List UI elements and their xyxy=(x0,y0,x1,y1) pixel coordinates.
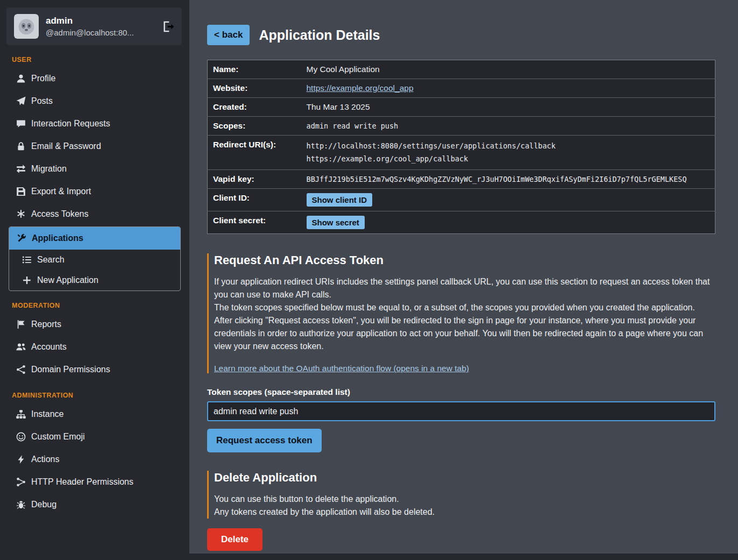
sidebar-item-label: Actions xyxy=(31,455,59,464)
sidebar-item-reports[interactable]: Reports xyxy=(5,313,184,336)
detail-row-client-secret: Client secret: Show secret xyxy=(208,211,715,234)
token-scopes-label: Token scopes (space-separated list) xyxy=(207,387,715,397)
app-root: admin @admin@localhost:80... USER Profil… xyxy=(0,0,738,560)
redirect-uri-1: http://localhost:8080/settings/user/appl… xyxy=(307,140,711,153)
detail-label: Name: xyxy=(208,60,302,79)
detail-label: Client ID: xyxy=(208,189,302,211)
redirect-uri-2: https://example.org/cool_app/callback xyxy=(307,153,711,166)
show-client-id-button[interactable]: Show client ID xyxy=(307,193,373,207)
request-token-description: Request An API Access Token If your appl… xyxy=(207,253,715,373)
sidebar-item-interaction-requests[interactable]: Interaction Requests xyxy=(5,112,184,135)
detail-row-created: Created: Thu Mar 13 2025 xyxy=(208,98,715,117)
sidebar-item-posts[interactable]: Posts xyxy=(5,90,184,112)
request-token-paragraph-3: After clicking "Request access token", y… xyxy=(214,314,715,353)
sidebar-item-label: Debug xyxy=(31,500,56,509)
sitemap-icon xyxy=(16,409,26,419)
exchange-arrows-icon xyxy=(16,164,26,174)
asterisk-icon xyxy=(16,209,26,219)
sidebar-item-export-import[interactable]: Export & Import xyxy=(5,180,184,203)
token-scopes-input[interactable] xyxy=(207,401,715,421)
back-button[interactable]: < back xyxy=(207,25,250,45)
sidebar-item-access-tokens[interactable]: Access Tokens xyxy=(5,203,184,225)
lock-icon xyxy=(16,141,26,151)
sidebar-item-custom-emoji[interactable]: Custom Emoji xyxy=(5,426,184,448)
sidebar-item-label: Reports xyxy=(31,320,61,329)
users-icon xyxy=(16,342,26,352)
network-nodes-icon xyxy=(16,365,26,374)
delete-application-section: Delete Application You can use this butt… xyxy=(207,471,715,551)
delete-button[interactable]: Delete xyxy=(207,528,262,551)
sidebar-item-domain-permissions[interactable]: Domain Permissions xyxy=(5,358,184,381)
show-secret-button[interactable]: Show secret xyxy=(307,216,365,229)
request-token-paragraph-1: If your application redirect URIs includ… xyxy=(214,275,715,301)
sidebar-item-label: Applications xyxy=(32,233,83,243)
sidebar-item-applications-search[interactable]: Search xyxy=(9,250,180,270)
detail-row-scopes: Scopes: admin read write push xyxy=(208,117,715,136)
application-details-table: Name: My Cool Application Website: https… xyxy=(207,60,715,234)
detail-value: https://example.org/cool_app xyxy=(302,79,715,98)
delete-application-title: Delete Application xyxy=(214,471,715,485)
delete-paragraph-2: Any tokens created by the application wi… xyxy=(214,506,715,519)
sidebar-item-new-application[interactable]: New Application xyxy=(9,270,180,290)
sidebar-item-label: Domain Permissions xyxy=(31,365,110,374)
paper-plane-icon xyxy=(16,96,26,106)
sidebar-item-migration[interactable]: Migration xyxy=(5,158,184,180)
sidebar-item-actions[interactable]: Actions xyxy=(5,448,184,471)
sidebar-item-label: Export & Import xyxy=(31,187,91,196)
sign-out-icon[interactable] xyxy=(163,21,174,32)
comment-icon xyxy=(16,119,26,129)
detail-value: Show secret xyxy=(302,211,715,234)
detail-label: Created: xyxy=(208,98,302,117)
user-name: admin xyxy=(46,16,134,26)
flag-icon xyxy=(16,320,26,329)
sidebar-item-label: Instance xyxy=(31,409,63,419)
sidebar-item-instance[interactable]: Instance xyxy=(5,403,184,426)
sidebar-item-label: Profile xyxy=(31,74,55,83)
detail-value: Show client ID xyxy=(302,189,715,211)
save-icon xyxy=(16,187,26,196)
detail-label: Redirect URI(s): xyxy=(208,136,302,170)
request-access-token-button[interactable]: Request access token xyxy=(207,429,322,452)
page-title: Application Details xyxy=(259,27,380,43)
sidebar-item-email-password[interactable]: Email & Password xyxy=(5,135,184,158)
sidebar-item-label: HTTP Header Permissions xyxy=(31,477,133,487)
list-icon xyxy=(22,255,32,265)
share-nodes-icon xyxy=(16,477,26,487)
sidebar-item-label: Access Tokens xyxy=(31,209,88,219)
smile-icon xyxy=(16,432,26,442)
detail-value: http://localhost:8080/settings/user/appl… xyxy=(302,136,715,170)
tools-icon xyxy=(17,233,26,243)
sidebar-item-label: Posts xyxy=(31,96,53,106)
delete-paragraph-1: You can use this button to delete the ap… xyxy=(214,493,715,506)
nav-moderation: Reports Accounts Domain Permissions xyxy=(5,313,184,381)
bolt-icon xyxy=(16,455,26,464)
plus-icon xyxy=(22,275,32,285)
detail-value: BBJffJ219b5iE512m7wQSzv4KgKDhgZZVzNyWC_r… xyxy=(302,170,715,189)
user-meta: admin @admin@localhost:80... xyxy=(46,16,134,37)
user-card[interactable]: admin @admin@localhost:80... xyxy=(6,8,182,45)
sidebar-item-profile[interactable]: Profile xyxy=(5,67,184,90)
sidebar-item-accounts[interactable]: Accounts xyxy=(5,336,184,358)
sidebar-item-label: Custom Emoji xyxy=(31,432,85,442)
sidebar-item-applications[interactable]: Applications xyxy=(9,227,180,250)
website-link[interactable]: https://example.org/cool_app xyxy=(307,83,414,93)
detail-label: Vapid key: xyxy=(208,170,302,189)
detail-label: Website: xyxy=(208,79,302,98)
detail-value: admin read write push xyxy=(302,117,715,136)
nav-user: Profile Posts Interaction Requests Email… xyxy=(5,67,184,291)
request-token-title: Request An API Access Token xyxy=(214,253,715,267)
sidebar-group-applications: Applications Search New Application xyxy=(9,226,181,291)
avatar xyxy=(14,14,39,39)
oauth-docs-link[interactable]: Learn more about the OAuth authenticatio… xyxy=(214,364,469,373)
nav-section-user: USER xyxy=(12,56,178,63)
delete-application-description: Delete Application You can use this butt… xyxy=(207,471,715,519)
user-handle: @admin@localhost:80... xyxy=(46,28,134,37)
sidebar-item-label: New Application xyxy=(37,275,98,285)
sidebar-item-debug[interactable]: Debug xyxy=(5,493,184,516)
detail-row-vapid-key: Vapid key: BBJffJ219b5iE512m7wQSzv4KgKDh… xyxy=(208,170,715,189)
sidebar: admin @admin@localhost:80... USER Profil… xyxy=(0,0,189,560)
detail-row-client-id: Client ID: Show client ID xyxy=(208,189,715,211)
sidebar-item-label: Migration xyxy=(31,164,67,174)
sidebar-item-http-header-permissions[interactable]: HTTP Header Permissions xyxy=(5,471,184,493)
detail-label: Client secret: xyxy=(208,211,302,234)
